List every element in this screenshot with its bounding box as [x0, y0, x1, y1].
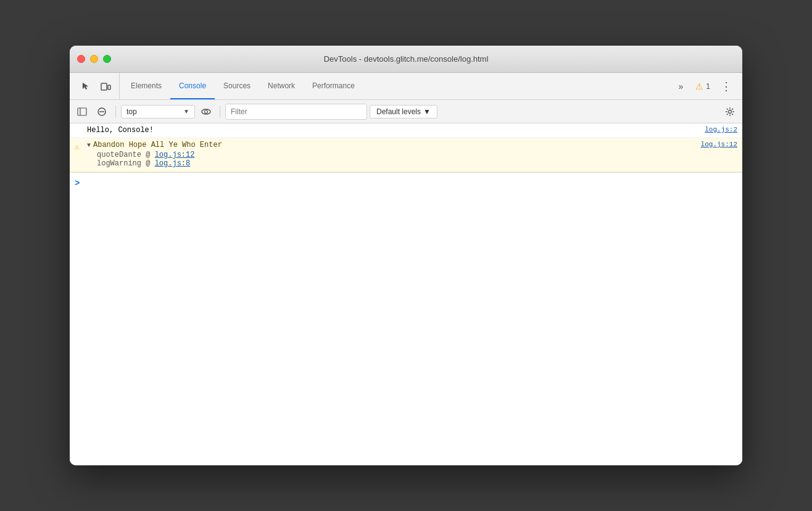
warning-icon: ⚠: [75, 142, 80, 152]
minimize-button[interactable]: [90, 55, 98, 63]
tab-console[interactable]: Console: [170, 73, 215, 99]
devtools-menu-button[interactable]: ⋮: [718, 78, 735, 95]
tab-bar-right: » ⚠ 1 ⋮: [669, 73, 740, 99]
console-log-source[interactable]: log.js:2: [705, 126, 737, 133]
inspect-icon[interactable]: [77, 78, 94, 95]
log-levels-button[interactable]: Default levels ▼: [370, 105, 437, 118]
console-output: Hello, Console! log.js:2 ⚠ ▼ Abandon Hop…: [70, 123, 742, 465]
toolbar-separator-2: [220, 106, 220, 118]
window-title: DevTools - devtools.glitch.me/console/lo…: [324, 54, 489, 64]
device-toolbar-icon[interactable]: [97, 78, 114, 95]
console-input[interactable]: [85, 179, 737, 188]
stack-link-1[interactable]: log.js:12: [155, 151, 195, 159]
more-tabs-button[interactable]: »: [674, 81, 689, 91]
tab-bar-left-icons: [72, 73, 120, 99]
svg-point-8: [729, 110, 732, 113]
stack-frame-2: logWarning @ log.js:8: [97, 159, 696, 168]
tab-bar: Elements Console Sources Network Perform…: [70, 73, 742, 100]
tab-sources[interactable]: Sources: [215, 73, 259, 99]
stack-trace: quoteDante @ log.js:12 logWarning @ log.…: [87, 149, 696, 169]
console-log-message: Hello, Console!: [87, 126, 700, 135]
stack-frame-1: quoteDante @ log.js:12: [97, 151, 696, 159]
context-select-arrow-icon: ▼: [183, 108, 189, 115]
warning-triangle-icon: ⚠: [695, 81, 703, 91]
maximize-button[interactable]: [103, 55, 111, 63]
stack-link-2[interactable]: log.js:8: [155, 159, 191, 168]
warning-badge[interactable]: ⚠ 1: [690, 80, 715, 93]
clear-console-button[interactable]: [93, 103, 110, 120]
console-row-log: Hello, Console! log.js:2: [70, 123, 742, 138]
console-settings-button[interactable]: [721, 103, 739, 120]
console-input-row: >: [70, 172, 742, 193]
tab-network[interactable]: Network: [259, 73, 304, 99]
filter-input[interactable]: [225, 104, 367, 120]
svg-rect-1: [108, 85, 110, 89]
live-expressions-button[interactable]: [197, 103, 215, 120]
title-bar: DevTools - devtools.glitch.me/console/lo…: [70, 46, 742, 73]
toolbar-separator-1: [115, 106, 116, 118]
sidebar-toggle-button[interactable]: [73, 103, 91, 120]
tab-elements[interactable]: Elements: [122, 73, 170, 99]
tab-performance[interactable]: Performance: [304, 73, 363, 99]
devtools-window: DevTools - devtools.glitch.me/console/lo…: [70, 46, 742, 465]
expand-arrow-icon[interactable]: ▼: [87, 142, 91, 149]
svg-rect-2: [78, 108, 86, 115]
levels-arrow-icon: ▼: [423, 107, 431, 116]
context-select[interactable]: top ▼: [121, 105, 195, 118]
console-warning-source[interactable]: log.js:12: [701, 141, 737, 148]
close-button[interactable]: [77, 55, 85, 63]
svg-point-7: [205, 110, 208, 113]
warning-header: ▼ Abandon Hope All Ye Who Enter: [87, 141, 696, 149]
console-warning-content: ▼ Abandon Hope All Ye Who Enter quoteDan…: [87, 141, 696, 169]
console-prompt-icon: >: [75, 178, 80, 188]
traffic-lights: [77, 55, 111, 63]
console-row-warning: ⚠ ▼ Abandon Hope All Ye Who Enter quoteD…: [70, 138, 742, 172]
console-toolbar: top ▼ Default levels ▼: [70, 100, 742, 123]
svg-rect-0: [101, 83, 107, 90]
